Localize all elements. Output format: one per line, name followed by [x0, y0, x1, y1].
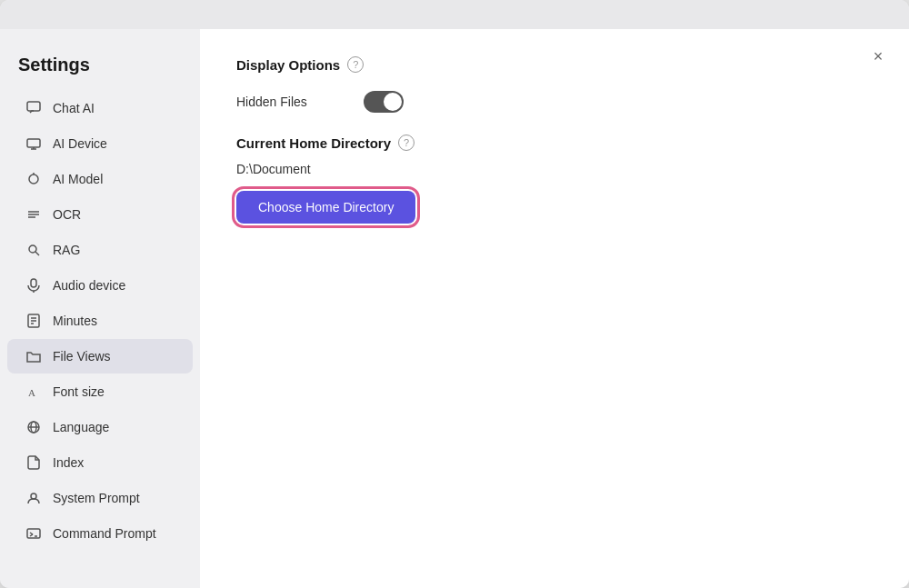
sidebar-item-ai-model[interactable]: AI Model	[7, 162, 193, 196]
sidebar-item-icon-minutes	[25, 313, 42, 329]
current-dir-section: Current Home Directory ? D:\Document Cho…	[236, 135, 873, 224]
sidebar-item-file-views[interactable]: File Views	[7, 339, 193, 374]
sidebar-item-icon-font-size: A	[25, 384, 42, 400]
display-options-help-icon[interactable]: ?	[347, 56, 364, 73]
sidebar-item-label-command-prompt: Command Prompt	[53, 526, 156, 541]
svg-point-4	[29, 174, 38, 184]
sidebar-item-ocr[interactable]: OCR	[7, 197, 193, 232]
title-bar	[0, 0, 909, 29]
choose-home-directory-button[interactable]: Choose Home Directory	[236, 191, 415, 224]
sidebar-item-icon-file-views	[25, 348, 42, 364]
current-dir-section-title: Current Home Directory ?	[236, 135, 873, 151]
sidebar-item-icon-language	[25, 419, 42, 435]
svg-point-9	[29, 245, 36, 253]
sidebar-item-rag[interactable]: RAG	[7, 233, 193, 267]
sidebar-item-label-ocr: OCR	[53, 207, 81, 222]
sidebar-item-label-rag: RAG	[53, 243, 80, 257]
sidebar-item-index[interactable]: Index	[7, 445, 193, 480]
svg-text:A: A	[28, 387, 35, 398]
sidebar-item-label-chat-ai: Chat AI	[53, 101, 95, 115]
current-dir-help-icon[interactable]: ?	[398, 135, 415, 151]
sidebar-item-icon-audio-device	[25, 277, 42, 294]
sidebar-item-icon-rag	[25, 242, 42, 258]
sidebar-item-font-size[interactable]: AFont size	[7, 374, 193, 409]
close-button[interactable]: ×	[865, 44, 891, 69]
display-options-section-title: Display Options ?	[236, 56, 873, 73]
dir-path: D:\Document	[236, 162, 873, 176]
sidebar-item-label-language: Language	[53, 420, 109, 434]
sidebar-item-icon-chat-ai	[25, 100, 42, 116]
sidebar-item-icon-ocr	[25, 206, 42, 223]
sidebar: Settings Chat AIAI DeviceAI ModelOCRRAGA…	[0, 29, 200, 588]
sidebar-item-icon-system-prompt	[25, 490, 42, 506]
sidebar-item-label-system-prompt: System Prompt	[53, 491, 140, 505]
sidebar-item-label-minutes: Minutes	[53, 314, 97, 328]
sidebar-item-label-file-views: File Views	[53, 349, 111, 364]
hidden-files-row: Hidden Files	[236, 91, 873, 113]
sidebar-item-icon-index	[25, 454, 42, 471]
sidebar-item-label-font-size: Font size	[53, 384, 105, 399]
hidden-files-toggle[interactable]	[364, 91, 404, 113]
display-options-label: Display Options	[236, 57, 340, 73]
sidebar-title: Settings	[0, 47, 200, 90]
sidebar-item-label-index: Index	[53, 455, 84, 470]
sidebar-item-audio-device[interactable]: Audio device	[7, 268, 193, 303]
svg-line-10	[35, 252, 39, 255]
sidebar-item-chat-ai[interactable]: Chat AI	[7, 91, 193, 125]
sidebar-item-label-audio-device: Audio device	[53, 278, 125, 293]
sidebar-item-icon-ai-device	[25, 135, 42, 152]
sidebar-item-language[interactable]: Language	[7, 410, 193, 444]
main-content: × Display Options ? Hidden Files Current…	[200, 29, 909, 588]
sidebar-item-icon-ai-model	[25, 171, 42, 187]
svg-rect-22	[27, 529, 40, 538]
sidebar-item-minutes[interactable]: Minutes	[7, 304, 193, 338]
sidebar-item-system-prompt[interactable]: System Prompt	[7, 481, 193, 515]
app-window: Settings Chat AIAI DeviceAI ModelOCRRAGA…	[0, 0, 909, 588]
current-home-dir-label: Current Home Directory	[236, 135, 391, 151]
sidebar-item-ai-device[interactable]: AI Device	[7, 126, 193, 161]
svg-rect-11	[31, 279, 36, 287]
svg-rect-1	[27, 139, 40, 147]
sidebar-item-icon-command-prompt	[25, 525, 42, 542]
svg-rect-0	[27, 102, 40, 111]
svg-line-24	[30, 534, 33, 536]
svg-point-21	[31, 493, 36, 499]
hidden-files-label: Hidden Files	[236, 95, 345, 109]
sidebar-item-command-prompt[interactable]: Command Prompt	[7, 516, 193, 551]
sidebar-item-label-ai-device: AI Device	[53, 136, 107, 151]
sidebar-item-label-ai-model: AI Model	[53, 172, 103, 186]
app-content: Settings Chat AIAI DeviceAI ModelOCRRAGA…	[0, 29, 909, 588]
